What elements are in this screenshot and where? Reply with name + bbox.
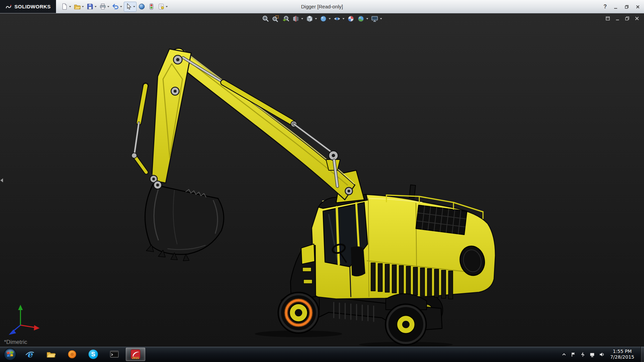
network-icon[interactable]: [589, 352, 595, 357]
select-cursor-icon: [125, 3, 132, 10]
folder-icon: [46, 349, 56, 359]
dropdown-arrow-icon[interactable]: [166, 6, 168, 7]
boom[interactable]: [172, 48, 355, 200]
print-icon: [99, 3, 106, 10]
solidworks-taskbar-button[interactable]: 2015: [126, 348, 145, 361]
save-icon: [87, 3, 94, 10]
title-bar: SOLIDWORKS: [0, 0, 644, 13]
system-tray: 1:55 PM 7/28/2015: [561, 347, 644, 362]
select-tool-button[interactable]: [124, 2, 137, 12]
start-button[interactable]: [0, 347, 20, 362]
dropdown-arrow-icon[interactable]: [133, 6, 135, 7]
open-folder-icon: [74, 3, 81, 10]
hidden-icons-chevron[interactable]: [561, 352, 567, 357]
excavator-body[interactable]: [281, 185, 495, 310]
windows-start-orb-icon: [3, 348, 17, 361]
window-controls: ?: [603, 0, 640, 13]
undo-button[interactable]: [111, 2, 123, 12]
dropdown-arrow-icon[interactable]: [82, 6, 84, 7]
taskbar: e S: [0, 346, 644, 362]
open-document-button[interactable]: [73, 2, 85, 12]
seat: [351, 246, 365, 276]
document-title: Digger [Read-only]: [301, 0, 343, 13]
volume-icon[interactable]: [599, 352, 604, 357]
print-button[interactable]: [98, 2, 110, 12]
main-toolbar: [60, 2, 169, 12]
view-orientation-label: *Dimetric: [4, 339, 27, 346]
skype-button[interactable]: S: [84, 348, 103, 361]
command-prompt-icon: [109, 349, 119, 359]
orientation-triad: [2, 300, 42, 340]
media-player-button[interactable]: [62, 348, 82, 361]
show-desktop-button[interactable]: [641, 347, 644, 362]
rebuild-button[interactable]: [147, 2, 156, 12]
dropdown-arrow-icon[interactable]: [107, 6, 109, 7]
command-prompt-button[interactable]: [105, 348, 124, 361]
dropdown-arrow-icon[interactable]: [120, 6, 122, 7]
digger-3d-model[interactable]: [0, 13, 644, 346]
dassault-logo-icon: [5, 3, 12, 10]
brand-label: SOLIDWORKS: [14, 4, 51, 9]
sphere-tool-button[interactable]: [137, 2, 146, 12]
options-icon: [158, 3, 165, 10]
internet-explorer-icon: e: [25, 349, 35, 359]
rebuild-icon: [148, 3, 155, 10]
svg-text:e: e: [27, 350, 33, 359]
internet-explorer-button[interactable]: e: [20, 348, 40, 361]
windows-explorer-button[interactable]: [41, 348, 61, 361]
options-button[interactable]: [157, 2, 169, 12]
media-player-icon: [67, 349, 77, 359]
skype-glyph: S: [91, 351, 95, 358]
undo-icon: [112, 3, 119, 10]
graphics-viewport[interactable]: *Dimetric: [0, 13, 644, 346]
clock-time: 1:55 PM: [610, 349, 634, 355]
close-button[interactable]: [636, 5, 640, 9]
rear-wheel[interactable]: [385, 304, 426, 345]
new-document-button[interactable]: [60, 2, 72, 12]
taskbar-clock[interactable]: 1:55 PM 7/28/2015: [610, 349, 634, 360]
minimize-button[interactable]: [613, 5, 618, 9]
dropdown-arrow-icon[interactable]: [95, 6, 97, 7]
solidworks-brand: SOLIDWORKS: [0, 0, 56, 13]
solidworks-window: SOLIDWORKS: [0, 0, 644, 362]
solidworks-icon: 2015: [130, 349, 141, 360]
new-document-icon: [61, 3, 68, 10]
help-button[interactable]: ?: [603, 4, 607, 10]
safely-remove-hardware-icon[interactable]: [580, 352, 586, 357]
bucket[interactable]: [145, 181, 224, 261]
restore-button[interactable]: [625, 5, 629, 9]
solidworks-version-badge: 2015: [132, 356, 139, 360]
dropdown-arrow-icon[interactable]: [69, 6, 71, 7]
clock-date: 7/28/2015: [610, 354, 634, 360]
taskbar-icons: e S: [20, 348, 145, 361]
skype-icon: S: [89, 350, 98, 359]
save-button[interactable]: [86, 2, 98, 12]
arm[interactable]: [152, 49, 191, 183]
sphere-icon: [138, 3, 145, 10]
action-center-flag-icon[interactable]: [571, 352, 576, 357]
